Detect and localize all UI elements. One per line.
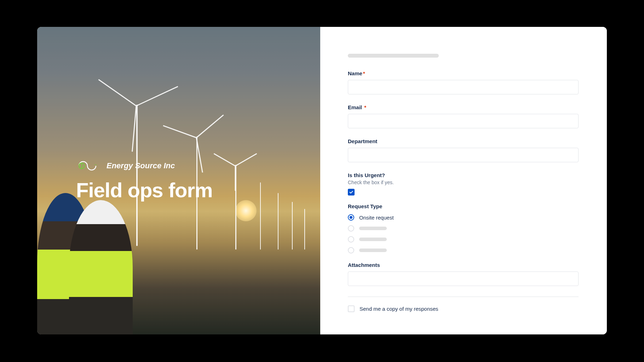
email-label: Email * xyxy=(348,104,579,110)
urgent-checkbox[interactable] xyxy=(348,189,355,195)
decorative-turbine xyxy=(136,86,178,106)
radio-label-placeholder xyxy=(359,227,387,230)
name-label: Name* xyxy=(348,70,579,76)
urgent-label: Is this Urgent? xyxy=(348,172,579,178)
copy-responses-row[interactable]: Send me a copy of my responses xyxy=(348,305,579,312)
decorative-sun xyxy=(235,200,257,221)
description-placeholder xyxy=(348,54,439,58)
email-input[interactable] xyxy=(348,114,579,128)
department-input[interactable] xyxy=(348,148,579,162)
company-logo-icon xyxy=(76,160,102,172)
radio-option-placeholder[interactable] xyxy=(348,247,579,253)
radio-option-placeholder[interactable] xyxy=(348,236,579,243)
decorative-turbine xyxy=(196,115,224,138)
field-urgent: Is this Urgent? Check the box if yes. xyxy=(348,172,579,195)
radio-label-text: Onsite request xyxy=(359,215,394,221)
copy-label: Send me a copy of my responses xyxy=(360,306,438,312)
form-app: Energy Source Inc Field ops form Name* E… xyxy=(37,27,607,334)
radio-icon xyxy=(348,236,354,243)
page-title: Field ops form xyxy=(76,178,320,202)
urgent-helper: Check the box if yes. xyxy=(348,180,579,185)
field-attachments: Attachments xyxy=(348,262,579,286)
radio-option-placeholder[interactable] xyxy=(348,225,579,232)
request-type-label: Request Type xyxy=(348,203,579,209)
department-label: Department xyxy=(348,138,579,144)
name-input[interactable] xyxy=(348,80,579,94)
label-text: Email xyxy=(348,104,362,110)
required-indicator: * xyxy=(364,104,366,110)
check-icon xyxy=(349,190,353,194)
field-department: Department xyxy=(348,138,579,162)
copy-checkbox[interactable] xyxy=(348,305,355,312)
brand-name: Energy Source Inc xyxy=(107,161,175,170)
decorative-turbine xyxy=(292,202,293,250)
brand-row: Energy Source Inc xyxy=(76,160,320,172)
radio-option-onsite[interactable]: Onsite request xyxy=(348,214,579,221)
field-email: Email * xyxy=(348,104,579,128)
radio-icon xyxy=(348,214,354,221)
radio-label-placeholder xyxy=(359,249,387,252)
attachments-label: Attachments xyxy=(348,262,579,268)
label-text: Name xyxy=(348,70,362,76)
decorative-turbine xyxy=(136,105,138,246)
divider xyxy=(348,297,579,297)
decorative-person xyxy=(69,200,133,334)
form-panel: Name* Email * Department Is this Urgent?… xyxy=(320,27,607,334)
field-request-type: Request Type Onsite request xyxy=(348,203,579,253)
decorative-turbine xyxy=(98,79,137,106)
radio-label-placeholder xyxy=(359,238,387,241)
attachments-input[interactable] xyxy=(348,272,579,286)
decorative-turbine xyxy=(304,209,305,250)
required-indicator: * xyxy=(363,70,365,76)
field-name: Name* xyxy=(348,70,579,94)
decorative-turbine xyxy=(163,125,197,138)
radio-icon xyxy=(348,225,354,232)
hero-panel: Energy Source Inc Field ops form xyxy=(37,27,320,334)
radio-icon xyxy=(348,247,354,253)
